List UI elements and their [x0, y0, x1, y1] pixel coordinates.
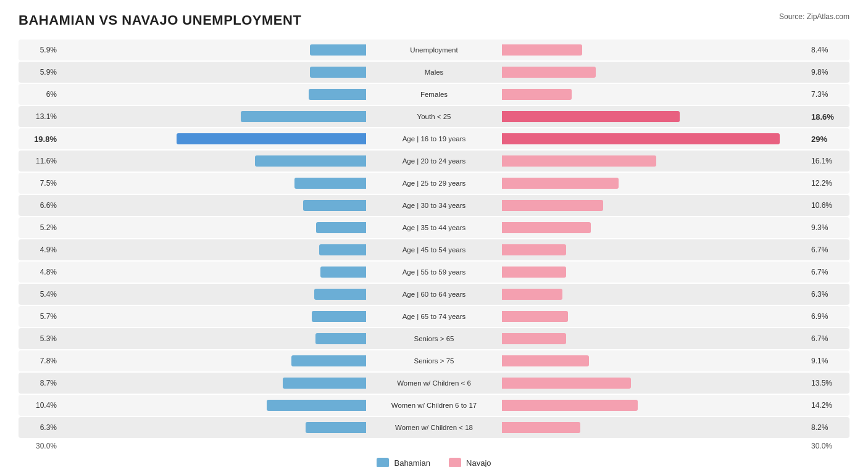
right-value: 6.9%	[807, 312, 845, 321]
left-bar	[310, 67, 366, 78]
left-bar	[309, 89, 366, 100]
bar-row: 7.8% Seniors > 75 9.1%	[19, 350, 849, 371]
left-value: 7.8%	[23, 357, 61, 365]
left-bar-wrap	[61, 332, 366, 345]
left-bar	[255, 155, 366, 167]
bar-row: 6.3% Women w/ Children < 18 8.2%	[19, 417, 849, 438]
right-bar-wrap	[502, 154, 807, 168]
row-label: Women w/ Children < 6	[366, 379, 502, 387]
left-value: 5.9%	[23, 68, 61, 76]
right-bar	[502, 133, 780, 144]
bahamian-label: Bahamian	[394, 458, 430, 468]
right-bar-wrap	[502, 332, 807, 345]
bar-row: 4.8% Age | 55 to 59 years 6.7%	[19, 262, 849, 283]
left-bar-wrap	[61, 354, 366, 368]
row-label: Age | 60 to 64 years	[366, 291, 502, 298]
row-label: Age | 25 to 29 years	[366, 180, 502, 187]
right-bar	[502, 311, 568, 322]
right-bar-wrap	[502, 354, 807, 368]
left-value: 5.4%	[23, 290, 61, 299]
right-value: 6.7%	[807, 246, 845, 254]
right-value: 16.1%	[807, 157, 845, 165]
left-bar-wrap	[61, 376, 366, 390]
chart-header: BAHAMIAN VS NAVAJO UNEMPLOYMENT Source: …	[19, 12, 849, 28]
right-value: 12.2%	[807, 179, 845, 188]
right-bar-wrap	[502, 110, 807, 123]
left-value: 10.4%	[23, 401, 61, 410]
bar-row: 5.9% Unemployment 8.4%	[19, 39, 849, 60]
right-bar-wrap	[502, 399, 807, 412]
left-value: 5.7%	[23, 312, 61, 321]
right-bar-wrap	[502, 43, 807, 57]
bar-row: 6.6% Age | 30 to 34 years 10.6%	[19, 195, 849, 216]
right-bar-wrap	[502, 243, 807, 257]
right-value: 9.8%	[807, 68, 845, 76]
right-bar	[502, 111, 680, 122]
right-value: 13.5%	[807, 379, 845, 387]
row-label: Age | 20 to 24 years	[366, 157, 502, 165]
bar-row: 7.5% Age | 25 to 29 years 12.2%	[19, 173, 849, 194]
right-bar	[502, 89, 572, 100]
left-bar	[320, 267, 366, 278]
left-bar	[312, 311, 366, 322]
row-label: Women w/ Children 6 to 17	[366, 402, 502, 409]
row-label: Males	[366, 68, 502, 76]
left-bar	[283, 378, 366, 389]
left-bar	[267, 400, 366, 411]
right-bar-wrap	[502, 132, 807, 146]
bahamian-swatch	[377, 458, 389, 467]
left-bar-wrap	[61, 199, 366, 212]
left-value: 7.5%	[23, 179, 61, 188]
left-bar	[294, 178, 366, 189]
left-value: 5.3%	[23, 334, 61, 343]
right-bar	[502, 378, 631, 389]
left-bar-wrap	[61, 176, 366, 190]
right-value: 9.3%	[807, 223, 845, 232]
left-bar	[306, 422, 366, 433]
navajo-label: Navajo	[466, 458, 491, 468]
left-bar-wrap	[61, 399, 366, 412]
chart-container: BAHAMIAN VS NAVAJO UNEMPLOYMENT Source: …	[0, 0, 868, 467]
legend-navajo: Navajo	[449, 458, 491, 467]
bar-row: 19.8% Age | 16 to 19 years 29%	[19, 128, 849, 149]
bar-row: 5.2% Age | 35 to 44 years 9.3%	[19, 217, 849, 238]
row-label: Age | 45 to 54 years	[366, 246, 502, 254]
right-bar-wrap	[502, 221, 807, 234]
right-bar-wrap	[502, 310, 807, 323]
right-bar-wrap	[502, 421, 807, 434]
right-bar	[502, 289, 562, 300]
bar-row: 5.7% Age | 65 to 74 years 6.9%	[19, 306, 849, 327]
left-value: 4.9%	[23, 246, 61, 254]
right-bar	[502, 67, 596, 78]
right-bar	[502, 155, 656, 167]
left-value: 8.7%	[23, 379, 61, 387]
left-bar-wrap	[61, 65, 366, 79]
right-value: 18.6%	[807, 112, 845, 122]
left-bar	[314, 289, 366, 300]
row-label: Youth < 25	[366, 113, 502, 120]
left-bar-wrap	[61, 43, 366, 57]
row-label: Women w/ Children < 18	[366, 424, 502, 431]
right-bar	[502, 178, 619, 189]
left-bar	[303, 200, 366, 211]
left-value: 11.6%	[23, 157, 61, 165]
bar-row: 13.1% Youth < 25 18.6%	[19, 106, 849, 127]
right-bar	[502, 267, 566, 278]
chart-title: BAHAMIAN VS NAVAJO UNEMPLOYMENT	[19, 12, 301, 28]
axis-left-label: 30.0%	[23, 442, 61, 450]
left-bar	[177, 133, 366, 144]
right-bar-wrap	[502, 176, 807, 190]
right-value: 8.2%	[807, 423, 845, 432]
left-bar	[291, 355, 366, 366]
axis-right-label: 30.0%	[807, 442, 845, 450]
right-value: 8.4%	[807, 46, 845, 54]
row-label: Seniors > 65	[366, 335, 502, 342]
right-value: 14.2%	[807, 401, 845, 410]
right-bar	[502, 355, 589, 366]
row-label: Seniors > 75	[366, 357, 502, 365]
row-label: Age | 55 to 59 years	[366, 268, 502, 276]
bar-row: 5.3% Seniors > 65 6.7%	[19, 328, 849, 349]
left-bar	[310, 44, 366, 56]
chart-body: 5.9% Unemployment 8.4% 5.9% Males	[19, 39, 849, 438]
row-label: Unemployment	[366, 46, 502, 54]
